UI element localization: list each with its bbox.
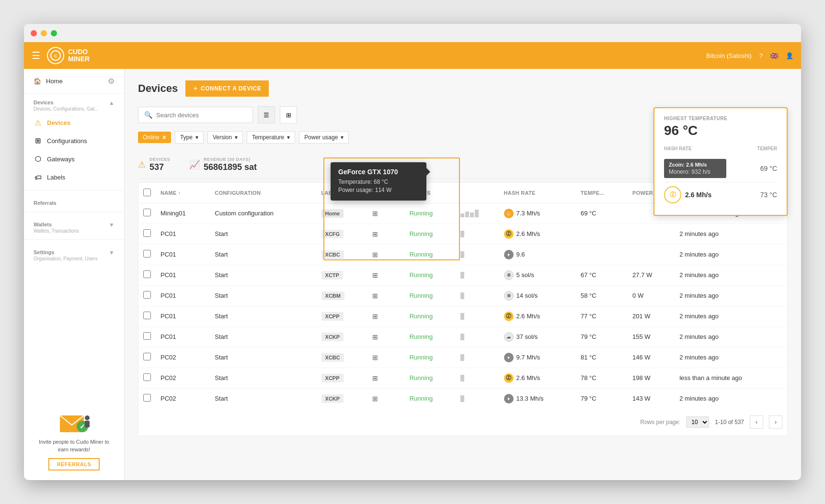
- power-filter[interactable]: Power usage ▾: [299, 131, 349, 144]
- col-config[interactable]: Configuration: [210, 183, 316, 203]
- sidebar-item-devices[interactable]: ⚠ Devices: [24, 113, 124, 132]
- row-checkbox[interactable]: [143, 209, 151, 216]
- version-filter[interactable]: Version ▾: [207, 131, 243, 144]
- online-filter-chip[interactable]: Online ×: [138, 132, 171, 143]
- referral-promo: ✓ Invite people to Cudo Miner to earn re…: [24, 396, 124, 480]
- user-icon[interactable]: 👤: [786, 52, 793, 59]
- hash-icon: Ⓩ: [504, 312, 514, 321]
- logo-icon: C: [47, 47, 64, 64]
- temp-cell: 81 °C: [576, 347, 628, 368]
- hash-cell: Ⓩ2.6 Mh/s: [504, 229, 571, 239]
- chevron-up-icon[interactable]: ▲: [109, 100, 115, 106]
- hash-cell: ☁37 sol/s: [504, 332, 571, 342]
- pagination: Rows per page: 10 25 50 1-10 of 537 ‹ ›: [138, 409, 787, 436]
- sidebar-wallets-section: ▼ Wallets Wallets, Transactions: [24, 216, 124, 235]
- power-cell: 198 W: [628, 368, 675, 388]
- mini-bars: [460, 313, 494, 320]
- type-filter[interactable]: Type ▾: [175, 131, 204, 144]
- chevron-down-icon-temp: ▾: [287, 134, 290, 141]
- windows-icon: ⊞: [372, 354, 378, 361]
- sidebar-item-configurations[interactable]: ⊞ Configurations: [24, 132, 124, 150]
- table-row[interactable]: PC01 Start XCKP ⊞ Running ☁37 sol/s 79 °…: [138, 326, 787, 347]
- table-row[interactable]: PC02 Start XCKP ⊞ Running ●13.3 Mh/s 79 …: [138, 388, 787, 409]
- hash-icon: ⑧: [504, 291, 514, 301]
- row-checkbox[interactable]: [143, 250, 151, 258]
- row-checkbox[interactable]: [143, 270, 151, 278]
- row-checkbox[interactable]: [143, 312, 151, 319]
- mini-bars: [460, 395, 494, 402]
- hash-icon: ⑧: [504, 270, 514, 280]
- table-row[interactable]: PC01 Start XCBM ⊞ Running ⑧14 sol/s 58 °…: [138, 285, 787, 306]
- row-checkbox[interactable]: [143, 353, 151, 360]
- svg-text:C: C: [54, 54, 57, 58]
- sidebar-item-labels[interactable]: 🏷 Labels: [24, 168, 124, 186]
- remove-online-filter[interactable]: ×: [162, 134, 166, 141]
- cell-name: PC02: [156, 347, 210, 368]
- row-checkbox[interactable]: [143, 394, 151, 402]
- prev-page-button[interactable]: ‹: [750, 415, 763, 429]
- help-icon[interactable]: ?: [759, 52, 763, 59]
- gear-icon[interactable]: ⚙: [108, 77, 115, 86]
- sidebar-home[interactable]: 🏠 Home ⚙: [24, 69, 124, 94]
- lastseen-cell: 2 minutes ago: [675, 265, 787, 285]
- status-cell: Running: [410, 374, 433, 381]
- power-cell: [628, 244, 675, 265]
- chevron-down-icon-2[interactable]: ▼: [109, 249, 115, 256]
- row-checkbox[interactable]: [143, 291, 151, 299]
- cell-name: PC01: [156, 244, 210, 265]
- table-row[interactable]: PC02 Start XCBC ⊞ Running ●9.7 Mh/s 81 °…: [138, 347, 787, 368]
- windows-icon: ⊞: [372, 333, 378, 341]
- row-checkbox[interactable]: [143, 332, 151, 340]
- col-name[interactable]: Name ↑: [156, 183, 210, 203]
- mini-bars: [460, 251, 494, 258]
- row-checkbox[interactable]: [143, 229, 151, 237]
- hash-icon: ☺: [504, 209, 514, 218]
- flag-icon[interactable]: 🇬🇧: [770, 52, 778, 59]
- col-hashrate[interactable]: Hash rate: [499, 183, 576, 203]
- chevron-down-icon[interactable]: ▼: [109, 222, 115, 228]
- config-icon: ⊞: [34, 136, 42, 145]
- row-checkbox[interactable]: [143, 373, 151, 381]
- referrals-button[interactable]: REFERRALS: [48, 458, 100, 470]
- chevron-down-icon-power: ▾: [341, 134, 344, 141]
- status-cell: Running: [410, 354, 433, 361]
- windows-icon: ⊞: [372, 251, 378, 258]
- list-view-button[interactable]: ☰: [258, 106, 275, 123]
- col-temp[interactable]: Tempe...: [576, 183, 628, 203]
- sidebar-item-gateways[interactable]: ⬡ Gateways: [24, 150, 124, 168]
- cell-config: Start: [210, 368, 316, 388]
- table-row[interactable]: PC01 Start XCBC ⊞ Running ●9.6 2 minutes…: [138, 244, 787, 265]
- lastseen-cell: 2 minutes ago: [675, 326, 787, 347]
- minimize-btn[interactable]: [41, 30, 47, 36]
- tooltip-temp-2: 73 °C: [760, 191, 777, 199]
- table-row[interactable]: PC01 Start XCPP ⊞ Running Ⓩ2.6 Mh/s 77 °…: [138, 306, 787, 326]
- select-all-checkbox[interactable]: [143, 189, 151, 196]
- page-title: Devices: [138, 82, 178, 95]
- rows-per-page-select[interactable]: 10 25 50: [686, 416, 709, 428]
- hash-value: 14 sol/s: [516, 292, 538, 299]
- close-btn[interactable]: [31, 30, 37, 36]
- hamburger-icon[interactable]: ☰: [32, 50, 40, 61]
- devices-stat-value: 537: [149, 162, 170, 172]
- search-input[interactable]: [156, 112, 247, 119]
- table-row[interactable]: PC01 Start XCTP ⊞ Running ⑧5 sol/s 67 °C…: [138, 265, 787, 285]
- next-page-button[interactable]: ›: [769, 415, 782, 429]
- connect-device-button[interactable]: CONNECT A DEVICE: [185, 80, 269, 97]
- cell-config: Start: [210, 388, 316, 409]
- windows-icon: ⊞: [372, 230, 378, 238]
- highest-temp-tooltip: HIGHEST TEMPERATURE 96 °C Hash rate Temp…: [653, 107, 788, 216]
- maximize-btn[interactable]: [51, 30, 57, 36]
- temp-cell: 79 °C: [576, 326, 628, 347]
- table-row[interactable]: PC01 Start XCFG ⊞ Running Ⓩ2.6 Mh/s 2 mi…: [138, 224, 787, 244]
- hash-icon: ●: [504, 250, 514, 259]
- gtx-1070-tooltip: GeForce GTX 1070 Temperature: 68 °C Powe…: [331, 162, 426, 201]
- referral-image: ✓: [55, 406, 93, 435]
- hash-cell: ●9.6: [504, 250, 571, 259]
- table-row[interactable]: PC02 Start XCPP ⊞ Running Ⓩ2.6 Mh/s 78 °…: [138, 368, 787, 388]
- grid-view-button[interactable]: ⊞: [280, 106, 297, 123]
- temperature-filter[interactable]: Temperature ▾: [247, 131, 295, 144]
- sidebar-label-devices: Devices: [47, 119, 70, 126]
- mini-bars: [460, 210, 494, 217]
- mini-bars: [460, 231, 494, 237]
- lastseen-cell: 2 minutes ago: [675, 388, 787, 409]
